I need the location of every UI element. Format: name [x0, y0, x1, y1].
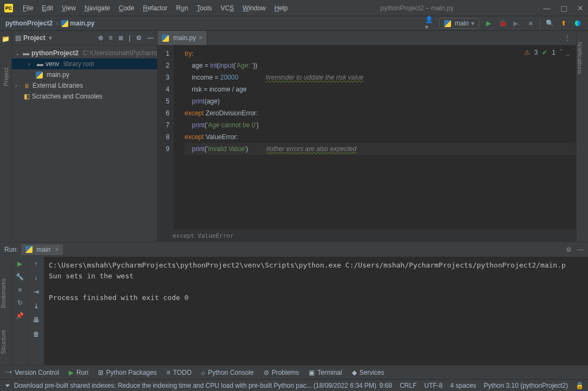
tree-project-root[interactable]: ⌄ ▬ pythonProject2 C:\Users\mshah\Pychar… [12, 48, 157, 58]
notifications-tool-label[interactable]: Notifications [577, 42, 583, 74]
separator [540, 18, 540, 28]
minimize-button[interactable]: — [543, 4, 551, 12]
rerun-icon[interactable]: ▶ [17, 260, 22, 268]
package-icon: ⊞ [98, 369, 103, 376]
tool-packages[interactable]: ⊞Python Packages [98, 369, 156, 376]
menu-help[interactable]: Help [271, 2, 291, 14]
menu-window[interactable]: Window [239, 2, 269, 14]
warning-icon: ⚠ [524, 49, 530, 56]
lock-icon[interactable]: 🔒 [576, 382, 584, 389]
updates-icon[interactable]: ⬆ [559, 18, 569, 28]
tabs-menu-icon[interactable]: ⋮ [559, 31, 576, 45]
stop-button[interactable]: ■ [526, 18, 535, 28]
menu-refactor[interactable]: Refactor [140, 2, 171, 14]
run-config-selector[interactable]: main ▾ [439, 18, 479, 29]
menu-run[interactable]: Run [173, 2, 191, 14]
download-icon[interactable]: ⏷ [4, 382, 11, 389]
tree-external-libraries[interactable]: › ⫼ External Libraries [12, 80, 157, 91]
debug-button[interactable]: 🐞 [498, 18, 507, 28]
todo-icon: ≡ [166, 369, 170, 376]
chevron-down-icon[interactable]: ▾ [49, 34, 52, 42]
line-separator[interactable]: CRLF [400, 382, 416, 389]
menu-tools[interactable]: Tools [193, 2, 215, 14]
coverage-button[interactable]: ▶. [512, 18, 521, 28]
terminal-icon: ▣ [309, 369, 315, 376]
menu-file[interactable]: File [19, 2, 36, 14]
up-icon[interactable]: ↑ [35, 260, 38, 268]
project-panel-tools: ⊕ ≡ ≣ | ⚙ — [98, 34, 154, 42]
hide-icon[interactable]: — [147, 34, 154, 42]
tree-scratches[interactable]: ◧ Scratches and Consoles [12, 91, 157, 102]
stop-icon[interactable]: ■ [18, 286, 22, 294]
close-icon[interactable]: × [55, 246, 58, 253]
python-file-icon [162, 35, 169, 42]
expand-arrow-icon[interactable]: › [15, 83, 22, 89]
scratch-icon: ◧ [24, 93, 30, 100]
nav-down-icon[interactable]: ˬ [566, 49, 570, 56]
tree-main-file[interactable]: main.py [12, 69, 157, 80]
tool-todo[interactable]: ≡TODO [166, 369, 191, 376]
caret-position[interactable]: 9:68 [380, 382, 392, 389]
tool-problems[interactable]: ⊘Problems [264, 369, 299, 376]
close-tab-icon[interactable]: × [199, 34, 202, 42]
tool-version-control[interactable]: ⭬Version Control [5, 369, 59, 376]
print-icon[interactable]: 🖶 [33, 316, 40, 324]
menu-code[interactable]: Code [115, 2, 138, 14]
tree-label: External Libraries [32, 82, 83, 89]
scroll-end-icon[interactable]: ⤓ [34, 302, 39, 310]
code-editor[interactable]: ⚠3 ✔1 ˆ ˬ 123456789 try: age = int(input… [158, 45, 576, 230]
breadcrumb-file[interactable]: main.py [61, 19, 94, 27]
codewithme-icon[interactable] [573, 18, 583, 28]
editor-breadcrumb[interactable]: except ValueError [158, 230, 576, 242]
menu-vcs[interactable]: VCS [217, 2, 237, 14]
tree-label: main.py [47, 71, 69, 79]
hide-run-icon[interactable]: — [577, 246, 584, 253]
structure-tool-label[interactable]: Structure [0, 330, 6, 354]
code-content[interactable]: try: age = int(input('Age: ')) income = … [174, 45, 576, 230]
pin-icon[interactable]: 📌 [16, 312, 24, 320]
project-tool-icon[interactable]: 📁 [1, 34, 11, 44]
inspection-widget[interactable]: ⚠3 ✔1 ˆ ˬ [524, 49, 570, 56]
history-icon[interactable]: ↻ [17, 299, 23, 307]
expand-arrow-icon[interactable]: › [28, 61, 35, 67]
breadcrumb-project[interactable]: pythonProject2 [5, 19, 53, 27]
tool-run[interactable]: ▶Run [69, 369, 88, 376]
interpreter[interactable]: Python 3.10 (pythonProject2) [484, 382, 568, 389]
console-output[interactable]: C:\Users\mshah\PycharmProjects\pythonPro… [44, 257, 588, 365]
encoding[interactable]: UTF-8 [424, 382, 443, 389]
expand-all-icon[interactable]: ≡ [109, 34, 113, 42]
users-icon[interactable]: 👤▾ [425, 18, 435, 28]
menu-view[interactable]: View [58, 2, 79, 14]
app-icon: PC [4, 4, 13, 12]
editor-tab-main[interactable]: main.py × [158, 31, 207, 45]
nav-up-icon[interactable]: ˆ [560, 49, 562, 56]
down-icon[interactable]: ↓ [35, 274, 38, 282]
modify-run-icon[interactable]: 🔧 [16, 273, 24, 281]
search-button[interactable]: 🔍 [545, 18, 554, 28]
warning-count: 3 [534, 49, 538, 56]
tool-terminal[interactable]: ▣Terminal [309, 369, 342, 376]
collapse-all-icon[interactable]: ≣ [118, 34, 123, 42]
run-settings-icon[interactable]: ⚙ [566, 246, 572, 253]
collapse-arrow-icon[interactable]: ⌄ [15, 50, 21, 56]
indent[interactable]: 4 spaces [450, 382, 476, 389]
bookmarks-tool-label[interactable]: Bookmarks [0, 278, 6, 308]
tree-venv[interactable]: › ▬ venv library root [12, 58, 157, 69]
menu-navigate[interactable]: Navigate [81, 2, 113, 14]
maximize-button[interactable]: ▢ [560, 4, 567, 12]
project-tool-label[interactable]: Project [3, 68, 9, 86]
folder-icon: ▤ [15, 34, 21, 42]
softwrap-icon[interactable]: ⇥ [34, 288, 39, 296]
status-message[interactable]: Download pre-built shared indexes: Reduc… [14, 382, 376, 389]
settings-icon[interactable]: ⚙ [136, 34, 142, 42]
clear-icon[interactable]: 🗑 [33, 330, 40, 338]
tool-python-console[interactable]: ⌕Python Console [201, 369, 254, 376]
close-button[interactable]: ✕ [577, 4, 584, 12]
run-config-label: main [455, 19, 469, 27]
tool-services[interactable]: ◆Services [352, 369, 384, 376]
run-tab[interactable]: main × [21, 244, 63, 255]
select-opened-icon[interactable]: ⊕ [98, 34, 103, 42]
project-tree[interactable]: ⌄ ▬ pythonProject2 C:\Users\mshah\Pychar… [12, 45, 157, 104]
run-button[interactable]: ▶ [484, 18, 493, 28]
menu-edit[interactable]: Edit [38, 2, 56, 14]
